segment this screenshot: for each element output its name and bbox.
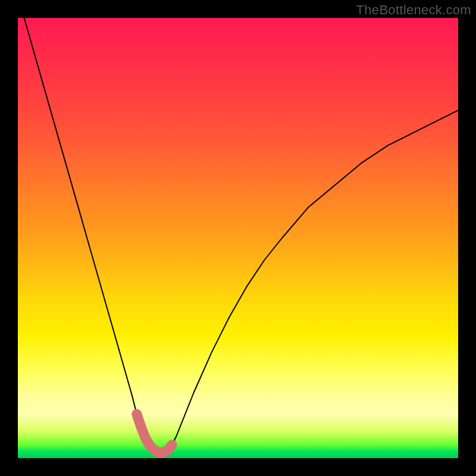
bottleneck-curve [18,0,458,452]
curve-svg [18,18,458,458]
chart-frame: TheBottleneck.com [0,0,476,476]
plot-area [18,18,458,458]
watermark-text: TheBottleneck.com [356,2,471,18]
highlight-segment [137,414,172,452]
